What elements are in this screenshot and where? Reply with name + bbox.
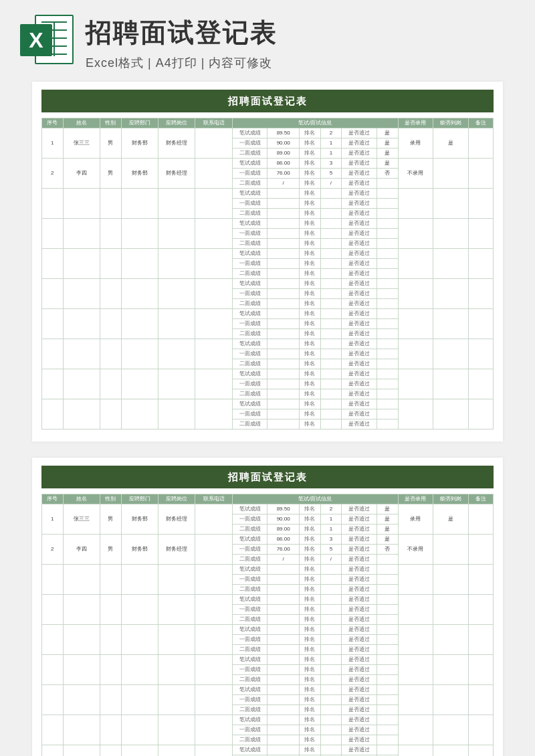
table-row: 笔试成绩排名是否通过 <box>42 715 494 725</box>
exam-value <box>268 359 299 369</box>
exam-value <box>268 379 299 389</box>
page-title: 招聘面试登记表 <box>86 15 515 51</box>
exam-label: 是否通过 <box>342 675 377 685</box>
exam-label: 笔试成绩 <box>232 745 268 755</box>
exam-value <box>320 625 342 635</box>
exam-value <box>377 339 398 349</box>
exam-value <box>377 725 398 735</box>
exam-label: 笔试成绩 <box>232 339 268 349</box>
col-header: 姓名 <box>63 494 100 504</box>
exam-label: 一面成绩 <box>232 259 268 269</box>
col-header: 应聘部门 <box>121 494 158 504</box>
exam-value <box>377 665 398 675</box>
exam-value <box>268 685 299 695</box>
exam-label: 一面成绩 <box>232 725 268 735</box>
exam-label: 是否通过 <box>342 249 377 259</box>
cell-name <box>63 595 100 625</box>
exam-label: 二面成绩 <box>232 615 268 625</box>
exam-label: 排名 <box>299 199 320 209</box>
exam-value <box>268 299 299 309</box>
col-header: 应聘岗位 <box>158 118 195 128</box>
cell-name <box>63 655 100 685</box>
cell-remark <box>469 595 494 625</box>
cell-remark <box>469 189 494 219</box>
cell-report <box>433 595 469 625</box>
cell-seq <box>42 685 64 715</box>
exam-label: 排名 <box>299 745 320 755</box>
cell-name: 李四 <box>63 535 100 565</box>
cell-hire <box>398 219 433 249</box>
cell-post: 财务经理 <box>158 128 195 159</box>
exam-value: / <box>320 179 342 189</box>
exam-label: 是否通过 <box>342 525 377 535</box>
exam-value <box>268 675 299 685</box>
cell-remark <box>469 249 494 279</box>
cell-name: 张三三 <box>63 504 100 535</box>
cell-report <box>433 219 469 249</box>
cell-dept <box>121 339 158 369</box>
cell-phone <box>195 279 232 309</box>
sheets-area: 招聘面试登记表序号姓名性别应聘部门应聘岗位联系电话笔试/面试信息是否录用能否到岗… <box>0 76 535 756</box>
exam-value <box>320 299 342 309</box>
exam-label: 二面成绩 <box>232 555 268 565</box>
cell-dept: 财务部 <box>121 535 158 565</box>
exam-value <box>320 389 342 399</box>
cell-name <box>63 685 100 715</box>
exam-label: 笔试成绩 <box>232 655 268 665</box>
cell-phone <box>195 745 232 757</box>
exam-label: 排名 <box>299 409 320 419</box>
exam-label: 排名 <box>299 379 320 389</box>
col-header: 应聘岗位 <box>158 494 195 504</box>
cell-dept <box>121 189 158 219</box>
exam-label: 笔试成绩 <box>232 625 268 635</box>
cell-phone <box>195 535 232 565</box>
exam-value <box>377 585 398 595</box>
exam-label: 排名 <box>299 399 320 409</box>
exam-value <box>320 209 342 219</box>
exam-value <box>377 635 398 645</box>
cell-dept <box>121 309 158 339</box>
cell-seq: 2 <box>42 535 64 565</box>
cell-remark <box>469 565 494 595</box>
cell-hire <box>398 279 433 309</box>
exam-value: 是 <box>377 525 398 535</box>
cell-dept <box>121 399 158 430</box>
exam-label: 笔试成绩 <box>232 159 268 169</box>
cell-seq <box>42 745 64 757</box>
exam-label: 排名 <box>299 289 320 299</box>
exam-value <box>268 329 299 339</box>
exam-label: 二面成绩 <box>232 209 268 219</box>
exam-label: 是否通过 <box>342 149 377 159</box>
exam-label: 排名 <box>299 555 320 565</box>
exam-label: 排名 <box>299 705 320 715</box>
cell-hire <box>398 339 433 369</box>
exam-value <box>320 219 342 229</box>
exam-label: 一面成绩 <box>232 138 268 149</box>
exam-value <box>268 645 299 655</box>
exam-value: / <box>320 555 342 565</box>
exam-label: 排名 <box>299 419 320 430</box>
exam-value <box>320 595 342 605</box>
exam-value <box>268 665 299 675</box>
cell-post <box>158 565 195 595</box>
exam-label: 是否通过 <box>342 359 377 369</box>
cell-gender: 男 <box>100 504 122 535</box>
exam-value <box>268 199 299 209</box>
table-row: 笔试成绩排名是否通过 <box>42 249 494 259</box>
cell-seq <box>42 655 64 685</box>
table-row: 笔试成绩排名是否通过 <box>42 595 494 605</box>
exam-label: 是否通过 <box>342 595 377 605</box>
exam-label: 一面成绩 <box>232 665 268 675</box>
exam-value <box>320 675 342 685</box>
exam-value <box>268 635 299 645</box>
interview-table: 序号姓名性别应聘部门应聘岗位联系电话笔试/面试信息是否录用能否到岗备注1张三三男… <box>41 118 494 430</box>
cell-phone <box>195 339 232 369</box>
table-row: 笔试成绩排名是否通过 <box>42 219 494 229</box>
exam-label: 笔试成绩 <box>232 249 268 259</box>
exam-value <box>320 725 342 735</box>
exam-label: 是否通过 <box>342 128 377 138</box>
cell-seq <box>42 339 64 369</box>
cell-gender <box>100 565 122 595</box>
exam-label: 是否通过 <box>342 625 377 635</box>
exam-value: 76.00 <box>268 169 299 179</box>
